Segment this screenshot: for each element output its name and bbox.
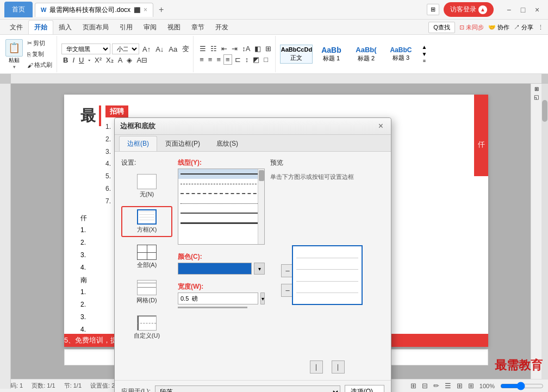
layout-icon[interactable]: ☰ xyxy=(445,382,451,390)
columns-btn[interactable]: ⊏ xyxy=(233,54,242,65)
styles-more-btn[interactable]: ≡ xyxy=(421,58,427,64)
setting-box[interactable]: 方框(X) xyxy=(121,206,172,237)
tab-home[interactable]: 开始 xyxy=(28,20,53,34)
preview-right-border-btn[interactable]: │ xyxy=(332,360,345,374)
format-row: B I U · X² X₂ A ◈ A⊟ xyxy=(61,55,191,65)
align-right-btn[interactable]: ≡ xyxy=(215,54,222,65)
font-color-btn[interactable]: A xyxy=(116,55,124,65)
line-type-list[interactable] xyxy=(178,169,265,245)
width-input[interactable] xyxy=(178,293,258,304)
italic-button[interactable]: I xyxy=(71,55,76,65)
doc-tab-close[interactable]: × xyxy=(144,6,147,14)
line-dashed1[interactable] xyxy=(178,179,264,189)
font-size-select[interactable]: 小二 xyxy=(112,43,139,54)
tab-page-layout[interactable]: 页面布局 xyxy=(77,21,114,34)
doc-tab-menu[interactable]: ⬛ xyxy=(134,7,140,13)
style-normal[interactable]: AaBbCcDd 正文 xyxy=(280,45,313,63)
grid2-icon[interactable]: ⊞ xyxy=(457,382,463,390)
bold-button[interactable]: B xyxy=(61,55,70,65)
dialog-tab-page-border[interactable]: 页面边框(P) xyxy=(157,136,208,151)
line-scrollbar[interactable] xyxy=(258,169,264,244)
para-border2-btn[interactable]: □ xyxy=(262,54,270,65)
sort-btn[interactable]: ↕A xyxy=(240,44,252,53)
line-spacing-btn[interactable]: ↕ xyxy=(244,54,251,65)
setting-all[interactable]: 全部(A) xyxy=(121,241,172,272)
paste-dropdown[interactable]: ▾ xyxy=(13,64,16,70)
para-color-btn[interactable]: ◩ xyxy=(251,54,261,65)
apply-select[interactable]: 段落 xyxy=(155,385,340,393)
tab-references[interactable]: 引用 xyxy=(114,21,138,34)
align-justify-btn[interactable]: ≡ xyxy=(223,54,232,65)
styles-up-btn[interactable]: ▲ xyxy=(421,44,427,50)
style-heading2[interactable]: AaBb( 标题 2 xyxy=(350,44,382,64)
line-dashed4[interactable] xyxy=(178,208,264,218)
subscript-btn[interactable]: X₂ xyxy=(104,55,115,65)
tab-view[interactable]: 视图 xyxy=(162,21,186,34)
maximize-button[interactable]: □ xyxy=(516,3,530,16)
dialog-tab-border[interactable]: 边框(B) xyxy=(119,136,157,151)
tab-file[interactable]: 文件 xyxy=(4,21,28,34)
setting-grid[interactable]: 网格(D) xyxy=(121,277,172,308)
width-dropdown[interactable]: ▾ xyxy=(260,293,265,304)
minimize-button[interactable]: − xyxy=(502,3,515,16)
indent-decrease-btn[interactable]: ⇤ xyxy=(220,44,229,53)
highlight-btn[interactable]: ◈ xyxy=(125,55,134,65)
dialog-titlebar: 边框和底纹 × xyxy=(115,118,391,135)
list-number-btn[interactable]: ☷ xyxy=(209,44,219,53)
font-name-select[interactable]: 华文细黑 xyxy=(61,43,110,54)
share-btn[interactable]: ↗ 分享 xyxy=(514,23,533,32)
tab-chapter[interactable]: 章节 xyxy=(186,21,210,34)
color-dropdown[interactable]: ▾ xyxy=(254,263,265,275)
doc-tab[interactable]: W 最需网络科技有限公司.docx ⬛ × xyxy=(35,3,153,17)
ruler-icon[interactable]: ⊞ xyxy=(468,382,474,390)
font-increase-btn[interactable]: A↑ xyxy=(141,45,152,54)
font-decrease-btn[interactable]: A↓ xyxy=(154,45,165,54)
close-button[interactable]: × xyxy=(531,3,544,16)
view-icon-2[interactable]: ⊟ xyxy=(422,382,428,390)
align-center-btn[interactable]: ≡ xyxy=(207,54,214,65)
add-tab[interactable]: + xyxy=(153,3,169,17)
line-dashed3[interactable] xyxy=(178,198,264,208)
line-solid[interactable] xyxy=(178,169,264,179)
dialog-tab-shading[interactable]: 底纹(S) xyxy=(208,136,246,151)
search-bar[interactable]: Q查找 xyxy=(428,22,455,33)
option-button[interactable]: 选项(O)... xyxy=(345,385,384,392)
style-h2-label: 标题 2 xyxy=(358,54,375,63)
edit-icon[interactable]: ✏ xyxy=(433,382,439,390)
indent-increase-btn[interactable]: ⇥ xyxy=(230,44,239,53)
list-bullet-btn[interactable]: ☰ xyxy=(198,44,208,53)
border-btn[interactable]: ⊞ xyxy=(264,44,273,53)
styles-down-btn[interactable]: ▼ xyxy=(421,51,427,57)
shading-btn[interactable]: ◧ xyxy=(253,44,263,53)
preview-left-border-btn[interactable]: │ xyxy=(310,360,323,374)
tab-insert[interactable]: 插入 xyxy=(53,21,77,34)
view-button[interactable]: ⊞ xyxy=(427,4,439,15)
copy-button[interactable]: ⎘ 复制 xyxy=(25,49,54,59)
line-dashed5[interactable] xyxy=(178,218,264,228)
font-clear-btn[interactable]: Aa xyxy=(167,45,179,54)
font-change-btn[interactable]: 变 xyxy=(180,43,191,54)
dialog-close-button[interactable]: × xyxy=(376,121,385,131)
collab-btn[interactable]: 🤝 协作 xyxy=(488,23,509,32)
style-heading1[interactable]: AaBb 标题 1 xyxy=(315,44,347,65)
strikethrough-btn[interactable]: · xyxy=(86,55,92,65)
login-button[interactable]: 访客登录 ▲ xyxy=(444,2,494,17)
tab-dev[interactable]: 开发 xyxy=(210,21,234,34)
more-btn[interactable]: ⋮ xyxy=(538,24,544,31)
line-dashed2[interactable] xyxy=(178,189,264,198)
superscript-btn[interactable]: X² xyxy=(93,55,103,65)
align-left-btn[interactable]: ≡ xyxy=(198,54,205,65)
home-tab[interactable]: 首页 xyxy=(4,2,33,17)
format-painter-button[interactable]: 🖌 格式刷 xyxy=(25,60,54,70)
style-heading3[interactable]: AaBbC 标题 3 xyxy=(384,45,417,64)
font-border-btn[interactable]: A⊟ xyxy=(135,55,149,65)
font-controls: 华文细黑 小二 A↑ A↓ Aa 变 B I U · X² X₂ A ◈ A⊟ xyxy=(61,43,191,65)
tab-review[interactable]: 审阅 xyxy=(138,21,162,34)
width-label: 宽度(W): xyxy=(178,282,265,291)
zoom-slider[interactable] xyxy=(500,382,544,390)
underline-button[interactable]: U xyxy=(77,55,85,65)
view-icon-1[interactable]: ⊞ xyxy=(410,382,416,390)
setting-none[interactable]: 无(N) xyxy=(121,171,172,202)
setting-custom[interactable]: 自定义(U) xyxy=(121,312,172,343)
cut-button[interactable]: ✂ 剪切 xyxy=(25,38,54,48)
